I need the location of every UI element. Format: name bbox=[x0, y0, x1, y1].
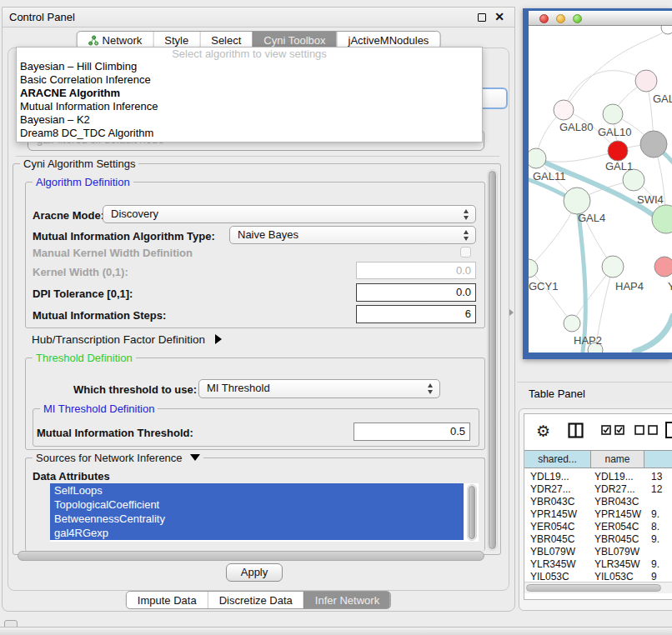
table-row[interactable]: YBR045C YBR045C 9. bbox=[524, 533, 672, 546]
tab-discretize-data[interactable]: Discretize Data bbox=[208, 592, 303, 608]
deselect-all-icon[interactable] bbox=[634, 425, 658, 435]
expand-right-icon bbox=[215, 334, 222, 344]
table-row[interactable]: YDR27... YDR27... 12 bbox=[524, 483, 672, 496]
tab-select[interactable]: Select bbox=[199, 32, 252, 48]
which-threshold-label: Which threshold to use: bbox=[73, 383, 197, 396]
node-label: GAL10 bbox=[598, 126, 631, 138]
column-header-shared[interactable]: shared... bbox=[524, 450, 591, 468]
table-header-row: shared... name bbox=[524, 450, 672, 468]
mi-threshold-field[interactable]: 0.5 bbox=[354, 422, 470, 441]
popup-option[interactable]: Basic Correlation Inference bbox=[17, 73, 482, 87]
stepper-icon bbox=[464, 209, 469, 220]
algorithm-definition-group: Algorithm Definition Aracne Mode: Discov… bbox=[25, 182, 485, 328]
attribute-item-selected[interactable]: gal4RGexp bbox=[50, 526, 464, 540]
settings-hscrollbar-thumb[interactable] bbox=[18, 551, 484, 561]
cell: YBR045C bbox=[594, 533, 639, 546]
attribute-item-selected[interactable]: SelfLoops bbox=[50, 483, 464, 498]
node-label: SWI4 bbox=[637, 193, 664, 206]
node-label: GAL11 bbox=[533, 170, 566, 182]
mi-algorithm-type-combo[interactable]: Naive Bayes bbox=[229, 226, 476, 244]
group-title: MI Threshold Definition bbox=[40, 402, 158, 415]
gear-icon[interactable]: ⚙ bbox=[536, 422, 550, 441]
aracne-mode-combo[interactable]: Discovery bbox=[103, 205, 476, 223]
popup-option[interactable]: Mutual Information Inference bbox=[17, 100, 482, 113]
data-attributes-label: Data Attributes bbox=[33, 470, 110, 482]
popup-option[interactable]: Dream8 DC_TDC Algorithm bbox=[17, 127, 482, 140]
dpi-tolerance-field[interactable]: 0.0 bbox=[356, 283, 476, 302]
node-label: HAP4 bbox=[615, 280, 644, 292]
network-canvas[interactable]: GAL GAL80 GAL10 GAL1 GAL11 SWI4 GAL4 GCY… bbox=[529, 26, 672, 352]
attribute-item-selected[interactable]: TopologicalCoefficient bbox=[50, 498, 464, 512]
cell: YDL19... bbox=[594, 471, 634, 483]
column-header-name[interactable]: name bbox=[591, 450, 644, 468]
kernel-width-field[interactable]: 0.0 bbox=[356, 262, 476, 279]
tab-impute-data[interactable]: Impute Data bbox=[127, 592, 208, 608]
minimize-traffic-icon[interactable] bbox=[556, 14, 565, 23]
network-view-window: GAL GAL80 GAL10 GAL1 GAL11 SWI4 GAL4 GCY… bbox=[523, 8, 672, 359]
cell: 9 bbox=[651, 571, 657, 582]
tab-style[interactable]: Style bbox=[153, 32, 199, 48]
column-header-partial[interactable] bbox=[644, 450, 672, 468]
group-title: Cyni Algorithm Settings bbox=[20, 158, 138, 170]
popup-option-selected[interactable]: ARACNE Algorithm bbox=[17, 87, 482, 100]
popup-option[interactable]: Bayesian – Hill Climbing bbox=[17, 60, 482, 73]
zoom-traffic-icon[interactable] bbox=[573, 14, 582, 23]
table-row[interactable]: YBR043C YBR043C bbox=[524, 496, 672, 508]
close-traffic-icon[interactable] bbox=[539, 14, 549, 23]
tab-network[interactable]: Network bbox=[78, 32, 153, 48]
node-label: GCY1 bbox=[529, 280, 558, 292]
cell: YIL053C bbox=[530, 571, 569, 582]
mi-steps-label: Mutual Information Steps: bbox=[33, 309, 166, 322]
table-row[interactable]: YLR345W YLR345W 9. bbox=[524, 558, 672, 571]
cell: YBR045C bbox=[530, 533, 574, 546]
mi-steps-field[interactable]: 6 bbox=[356, 305, 476, 323]
bottom-tab-bar: Impute Data Discretize Data Infer Networ… bbox=[126, 591, 391, 609]
attributes-scrollbar-thumb[interactable] bbox=[469, 486, 475, 539]
network-window-titlebar[interactable] bbox=[529, 11, 672, 26]
close-icon[interactable]: ✕ bbox=[494, 10, 504, 23]
document-icon[interactable] bbox=[664, 421, 672, 439]
apply-button[interactable]: Apply bbox=[226, 563, 283, 582]
attributes-scrollbar[interactable] bbox=[467, 484, 477, 541]
hub-definition-expander[interactable]: Hub/Transcription Factor Definition bbox=[32, 333, 222, 346]
popup-option[interactable]: Bayesian – K2 bbox=[17, 113, 482, 127]
table-row[interactable]: YER054C YER054C 8. bbox=[524, 521, 672, 533]
node-table: ⚙ shared... name YDL19... YDL19... 13 YD… bbox=[524, 413, 672, 600]
node-label: GAL bbox=[653, 92, 672, 105]
table-row[interactable]: YBL079W YBL079W bbox=[524, 546, 672, 558]
select-all-checks-icon[interactable] bbox=[601, 425, 624, 435]
table-row[interactable]: YDL19... YDL19... 13 bbox=[524, 471, 672, 483]
manual-kernel-checkbox[interactable] bbox=[460, 247, 471, 258]
node-label: GAL4 bbox=[578, 212, 605, 224]
float-window-icon[interactable] bbox=[478, 13, 486, 22]
settings-scrollbar[interactable] bbox=[487, 169, 498, 551]
cell: 9. bbox=[651, 533, 659, 546]
sources-expander[interactable]: Sources for Network Inference bbox=[33, 452, 203, 464]
combo-value: Discovery bbox=[111, 208, 158, 220]
table-row[interactable]: YIL053C YIL053C 9 bbox=[524, 571, 672, 582]
node-label: Y bbox=[668, 280, 672, 292]
settings-scrollbar-thumb[interactable] bbox=[489, 171, 496, 549]
split-columns-icon[interactable] bbox=[568, 422, 584, 438]
cell: YDR27... bbox=[594, 483, 635, 496]
cell: 9. bbox=[651, 558, 659, 571]
control-panel-window: Control Panel ✕ Network Style Select Cyn… bbox=[2, 7, 515, 612]
cell: YDR27... bbox=[530, 483, 571, 496]
tab-infer-network[interactable]: Infer Network bbox=[303, 592, 390, 608]
cell: YPR145W bbox=[530, 508, 577, 521]
combo-value: MI Threshold bbox=[207, 382, 270, 394]
splitter-arrow-icon[interactable] bbox=[509, 309, 514, 316]
attribute-item-selected[interactable]: BetweennessCentrality bbox=[50, 512, 464, 526]
table-hscrollbar[interactable] bbox=[524, 582, 672, 593]
tab-cyni-toolbox[interactable]: Cyni Toolbox bbox=[252, 32, 336, 48]
table-row[interactable]: YPR145W YPR145W 9. bbox=[524, 508, 672, 521]
node-label: GAL1 bbox=[605, 160, 633, 172]
table-hscrollbar-thumb[interactable] bbox=[526, 584, 661, 592]
bottom-panel-edge bbox=[0, 627, 672, 635]
cell: 8. bbox=[651, 521, 659, 533]
tab-jactivemnodules[interactable]: jActiveMNodules bbox=[337, 32, 440, 48]
cell: YBL079W bbox=[530, 546, 575, 558]
aracne-mode-label: Aracne Mode: bbox=[33, 209, 104, 222]
which-threshold-combo[interactable]: MI Threshold bbox=[198, 379, 440, 398]
hub-definition-label: Hub/Transcription Factor Definition bbox=[32, 333, 205, 346]
